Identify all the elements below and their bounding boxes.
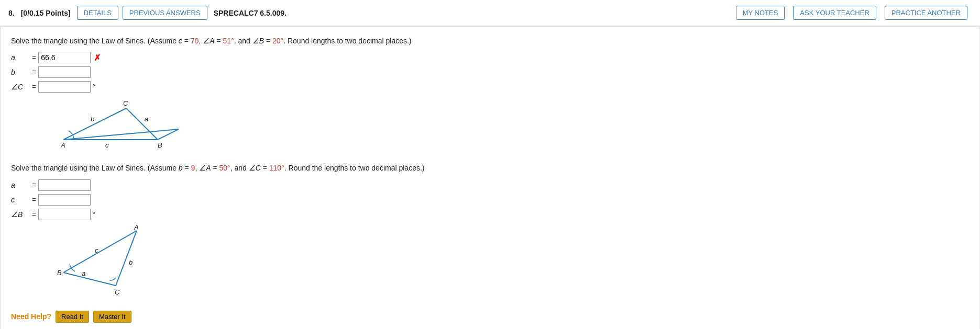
svg-text:a: a: [82, 269, 85, 277]
p2-angle-b-label: ∠B: [11, 210, 32, 219]
problem1-b-row: b =: [11, 66, 969, 78]
problem1-c-row: ∠C = °: [11, 81, 969, 93]
p2-c-label: c: [11, 196, 32, 204]
a-equals: =: [32, 53, 36, 62]
svg-line-11: [116, 231, 137, 286]
problem1-b-input[interactable]: [38, 66, 91, 78]
svg-text:a: a: [145, 115, 148, 123]
question-number: 8.: [8, 9, 15, 17]
problem2-angle-b-input[interactable]: [38, 209, 91, 220]
degree-symbol-1: °: [92, 83, 95, 91]
ask-teacher-button[interactable]: ASK YOUR TEACHER: [793, 6, 876, 20]
problem1-angle-c-input[interactable]: [38, 81, 91, 93]
svg-line-10: [63, 273, 116, 286]
svg-text:C: C: [115, 288, 120, 296]
problem2-a-input[interactable]: [38, 179, 91, 191]
problem2-c-row: c =: [11, 194, 969, 206]
svg-line-3: [126, 108, 158, 140]
my-notes-button[interactable]: MY NOTES: [736, 6, 785, 20]
details-button[interactable]: DETAILS: [77, 6, 118, 20]
svg-text:b: b: [129, 258, 133, 266]
b-equals: =: [32, 68, 36, 76]
master-it-button[interactable]: Master It: [93, 311, 131, 323]
svg-text:B: B: [158, 141, 162, 149]
practice-another-button[interactable]: PRACTICE ANOTHER: [885, 6, 967, 20]
wrong-icon: ✗: [94, 53, 101, 63]
svg-text:B: B: [57, 269, 62, 277]
svg-text:c: c: [95, 246, 98, 254]
points-label: [0/0.15 Points]: [21, 9, 71, 17]
svg-text:c: c: [105, 141, 109, 149]
problem1-a-row: a = ✗: [11, 52, 969, 63]
problem1-text: Solve the triangle using the Law of Sine…: [11, 35, 969, 47]
c-equals: =: [32, 83, 36, 91]
previous-answers-button[interactable]: PREVIOUS ANSWERS: [123, 6, 207, 20]
problem2-text: Solve the triangle using the Law of Sine…: [11, 162, 969, 174]
problem1-a-input[interactable]: [38, 52, 91, 63]
p2-a-label: a: [11, 181, 32, 189]
need-help-section: Need Help? Read It Master It: [11, 311, 969, 323]
svg-text:b: b: [91, 115, 94, 123]
course-code: SPRECALC7 6.5.009.: [214, 9, 287, 17]
problem2-angle-b-row: ∠B = °: [11, 209, 969, 220]
read-it-button[interactable]: Read It: [56, 311, 89, 323]
diagram1: C A B b a c: [53, 98, 969, 152]
a-label: a: [11, 53, 32, 62]
b-label: b: [11, 68, 32, 76]
need-help-label: Need Help?: [11, 312, 51, 321]
degree-symbol-2: °: [92, 210, 95, 219]
svg-text:A: A: [60, 141, 65, 149]
angle-c-label: ∠C: [11, 83, 32, 91]
problem2-a-row: a =: [11, 179, 969, 191]
svg-line-12: [63, 231, 137, 273]
diagram2: A B C a b c: [53, 225, 969, 300]
svg-text:A: A: [134, 223, 139, 231]
problem2-c-input[interactable]: [38, 194, 91, 206]
svg-text:C: C: [123, 99, 128, 107]
